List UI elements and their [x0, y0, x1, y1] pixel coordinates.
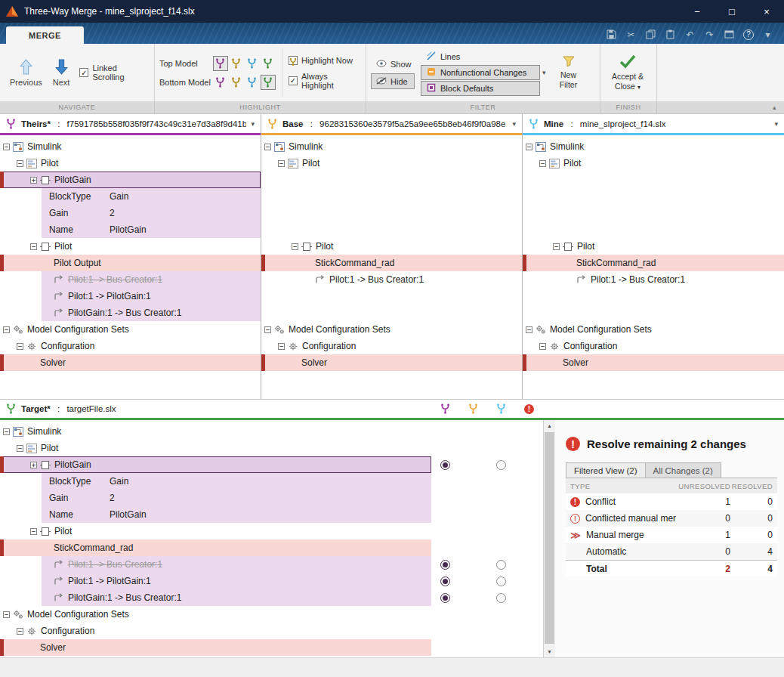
- top-model-target-highlight-button[interactable]: [261, 56, 276, 71]
- expand-toggle[interactable]: −: [3, 428, 10, 435]
- filter-dropdown-caret-icon[interactable]: ▾: [542, 69, 546, 76]
- tree-row[interactable]: −Model Configuration Sets: [523, 321, 784, 338]
- cut-icon[interactable]: ✂: [625, 29, 637, 40]
- expand-toggle[interactable]: −: [278, 343, 285, 350]
- scroll-up-arrow[interactable]: ▲: [544, 420, 555, 431]
- tree-row[interactable]: −Pilot: [0, 238, 261, 255]
- tree-row[interactable]: −Pilot: [261, 238, 522, 255]
- tree-row[interactable]: −Pilot: [523, 155, 784, 172]
- previous-button[interactable]: Previous: [5, 56, 48, 89]
- tree-row[interactable]: StickCommand_rad: [261, 255, 522, 271]
- expand-toggle[interactable]: −: [17, 628, 23, 635]
- merge-choice-radio[interactable]: [496, 560, 506, 570]
- top-model-mine-highlight-button[interactable]: [245, 56, 260, 71]
- bottom-model-mine-highlight-button[interactable]: [245, 75, 260, 90]
- accept-and-close-button[interactable]: Accept & Close ▾: [605, 51, 650, 93]
- save-icon[interactable]: [606, 29, 617, 40]
- tree-row[interactable]: Solver: [0, 354, 261, 371]
- bottom-model-theirs-highlight-button[interactable]: [213, 75, 228, 90]
- tree-row[interactable]: [523, 221, 784, 238]
- merge-choice-radio[interactable]: [440, 560, 450, 570]
- top-model-theirs-highlight-button[interactable]: [213, 56, 228, 71]
- merge-choice-radio[interactable]: [440, 593, 450, 603]
- tree-row[interactable]: [261, 172, 522, 188]
- expand-toggle[interactable]: −: [3, 326, 10, 333]
- redo-icon[interactable]: ↷: [704, 29, 715, 40]
- expand-toggle[interactable]: −: [278, 160, 285, 167]
- tree-row[interactable]: PilotGain:1 -> Bus Creator:1: [0, 589, 543, 606]
- tree-row[interactable]: −Model Configuration Sets: [0, 606, 543, 623]
- paste-icon[interactable]: [665, 29, 676, 40]
- expand-toggle[interactable]: −: [17, 445, 23, 452]
- help-icon[interactable]: ?: [743, 29, 754, 40]
- next-button[interactable]: Next: [48, 56, 76, 89]
- tab-all-changes[interactable]: All Changes (2): [646, 462, 721, 478]
- tree-row[interactable]: −Configuration: [0, 623, 543, 639]
- tree-row[interactable]: Solver: [0, 639, 543, 656]
- tree-row[interactable]: Pilot:1 -> PilotGain:1: [0, 288, 261, 304]
- copy-icon[interactable]: [645, 29, 656, 40]
- expand-toggle[interactable]: −: [526, 144, 532, 150]
- expand-toggle[interactable]: −: [264, 326, 271, 333]
- filter-lines[interactable]: Lines: [421, 49, 540, 64]
- expand-toggle[interactable]: −: [526, 326, 532, 333]
- tab-merge[interactable]: MERGE: [6, 26, 84, 44]
- tree-row[interactable]: BlockTypeGain: [0, 473, 543, 490]
- vertical-scrollbar[interactable]: ▲ ▼: [543, 420, 555, 657]
- tree-row[interactable]: PilotGain:1 -> Bus Creator:1: [0, 304, 261, 321]
- tree-row[interactable]: −Pilot: [0, 523, 543, 539]
- tree-row[interactable]: NamePilotGain: [0, 506, 543, 523]
- expand-toggle[interactable]: −: [3, 611, 10, 618]
- undo-icon[interactable]: ↶: [684, 29, 696, 40]
- tree-row[interactable]: −Pilot: [261, 155, 522, 172]
- expand-toggle[interactable]: −: [3, 144, 10, 150]
- tree-row[interactable]: Pilot:1 -> PilotGain:1: [0, 573, 543, 589]
- tree-row[interactable]: Pilot:1 -> Bus Creator:1: [523, 271, 784, 288]
- base-dropdown-caret-icon[interactable]: ▾: [512, 120, 516, 128]
- hide-button[interactable]: Hide: [371, 73, 415, 89]
- merge-choice-radio[interactable]: [496, 593, 506, 603]
- tree-row[interactable]: −Configuration: [261, 338, 522, 354]
- tree-row[interactable]: [523, 288, 784, 304]
- expand-toggle[interactable]: −: [553, 243, 560, 250]
- scroll-down-arrow[interactable]: ▼: [544, 646, 555, 657]
- expand-toggle[interactable]: −: [30, 528, 37, 535]
- expand-toggle[interactable]: −: [17, 343, 23, 350]
- tree-row[interactable]: −Model Configuration Sets: [0, 321, 261, 338]
- tree-row[interactable]: [261, 304, 522, 321]
- tree-row[interactable]: Pilot:1 -> Bus Creator:1: [0, 556, 543, 573]
- expand-toggle[interactable]: −: [17, 160, 23, 167]
- tree-row[interactable]: [523, 188, 784, 205]
- tree-row[interactable]: NamePilotGain: [0, 221, 261, 238]
- tree-row[interactable]: Gain2: [0, 490, 543, 506]
- tree-row[interactable]: StickCommand_rad: [0, 539, 543, 556]
- tree-row[interactable]: Pilot Output: [0, 255, 261, 271]
- toolbar-menu-caret-icon[interactable]: ▾: [762, 29, 773, 40]
- tree-row[interactable]: Solver: [261, 354, 522, 371]
- tree-row[interactable]: −Simulink: [261, 138, 522, 155]
- tree-row[interactable]: −Configuration: [523, 338, 784, 354]
- tree-row[interactable]: Gain2: [0, 205, 261, 221]
- tree-row[interactable]: [523, 172, 784, 188]
- tree-row[interactable]: −Model Configuration Sets: [261, 321, 522, 338]
- tree-row[interactable]: [523, 304, 784, 321]
- merge-choice-radio[interactable]: [440, 577, 450, 586]
- tree-row[interactable]: [523, 205, 784, 221]
- close-button[interactable]: ×: [749, 0, 784, 23]
- tree-row[interactable]: Pilot:1 -> Bus Creator:1: [261, 271, 522, 288]
- tree-row[interactable]: Solver: [523, 354, 784, 371]
- top-model-base-highlight-button[interactable]: [229, 56, 244, 71]
- expand-toggle[interactable]: −: [539, 343, 546, 350]
- bottom-model-target-highlight-button[interactable]: [261, 75, 276, 90]
- tree-row[interactable]: [261, 288, 522, 304]
- tree-row[interactable]: [261, 205, 522, 221]
- highlight-now-button[interactable]: Highlight Now: [289, 56, 361, 65]
- expand-toggle[interactable]: −: [264, 144, 271, 150]
- tree-row[interactable]: BlockTypeGain: [0, 188, 261, 205]
- merge-choice-radio[interactable]: [496, 460, 506, 470]
- merge-choice-radio[interactable]: [440, 460, 450, 470]
- detach-window-icon[interactable]: [724, 29, 735, 40]
- filter-nonfunctional-changes[interactable]: Nonfunctional Changes: [421, 65, 540, 80]
- collapse-ribbon-icon[interactable]: ▴: [773, 104, 776, 111]
- tree-row[interactable]: −Pilot: [0, 440, 543, 456]
